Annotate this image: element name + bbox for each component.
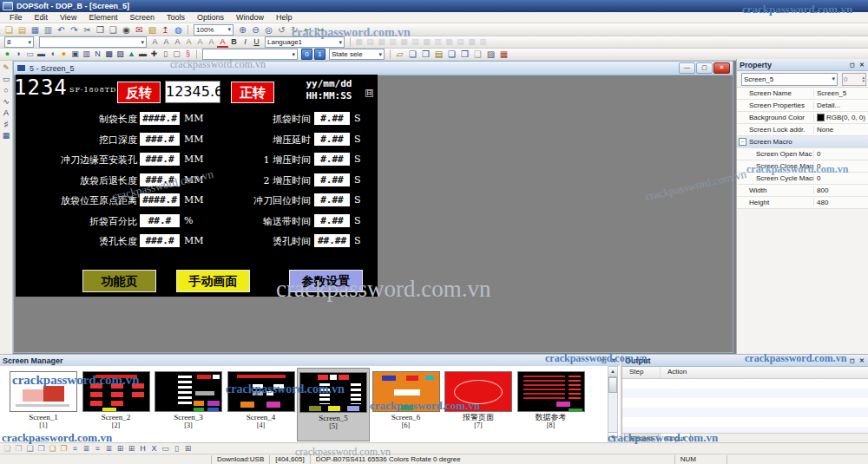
hmi-design-canvas[interactable]: 1234 SF-1808TD 反转 12345.6 正转 yy/mm/dd HH… (16, 75, 378, 297)
property-row[interactable]: Screen Cycle Macr0 (737, 173, 868, 185)
inactive-tool-7-icon[interactable]: ▦ (421, 36, 432, 48)
screen-preview[interactable] (444, 371, 512, 412)
text-tool-icon[interactable]: A (1, 108, 12, 119)
menu-screen[interactable]: Screen (123, 13, 161, 22)
save-icon[interactable]: ▦ (29, 24, 42, 36)
copy-icon[interactable]: ❐ (94, 24, 107, 36)
property-value[interactable]: Screen_5 (813, 89, 868, 97)
maximize-icon[interactable]: ▢ (696, 62, 713, 74)
underline-icon[interactable]: U (251, 36, 262, 48)
param-value-field[interactable]: ####.# (140, 112, 180, 125)
screen-nav-button[interactable]: 手动画面 (176, 270, 250, 292)
property-value[interactable]: Detail... (813, 101, 868, 109)
inactive-tool-9-icon[interactable]: ▦ (444, 36, 455, 48)
font-color-icon[interactable]: A (217, 38, 228, 48)
param-value-field[interactable]: #.## (314, 133, 350, 146)
history-trend-icon[interactable]: ▩ (103, 49, 115, 60)
character-entry-icon[interactable]: ▥ (81, 49, 92, 60)
property-value[interactable]: 800 (813, 186, 868, 194)
counter-display[interactable]: 1234 (16, 75, 68, 100)
align-right-icon[interactable]: ≡ (92, 444, 103, 454)
scroll-up-icon[interactable]: ▲ (608, 367, 617, 377)
button-element-icon[interactable]: ● (2, 49, 13, 60)
screen-preview[interactable] (82, 371, 150, 412)
same-size-icon[interactable]: ▭ (160, 444, 171, 454)
valign-middle-icon[interactable]: A (194, 36, 206, 48)
clock-element-icon[interactable]: ● (58, 49, 69, 60)
inactive-tool-6-icon[interactable]: ▤ (410, 36, 421, 48)
pipe-element-icon[interactable]: § (182, 49, 194, 60)
screen-nav-button[interactable]: 参数设置 (289, 270, 363, 292)
screen-thumbnail-4[interactable]: Screen_4[4] (225, 368, 298, 441)
list-element-icon[interactable]: ▯ (160, 49, 171, 60)
fit-height-icon[interactable]: X (148, 444, 160, 454)
property-row[interactable]: Screen Open Mac0 (737, 148, 868, 160)
zoom-select[interactable]: 100% ▾ (194, 24, 233, 36)
output-panel-titlebar[interactable]: Output ◻✕ (622, 355, 868, 367)
property-row[interactable]: Background ColorRGB(0, 0, 0) (737, 112, 868, 124)
rectangle-tool-icon[interactable]: ▭ (1, 74, 12, 85)
inactive-tool-11-icon[interactable]: ▦ (466, 36, 477, 48)
property-panel-titlebar[interactable]: Property ◻✕ (737, 59, 868, 71)
paste-icon[interactable]: ❑ (107, 24, 120, 36)
state-0-button[interactable]: 0 (301, 49, 312, 60)
inactive-tool-8-icon[interactable]: ▥ (432, 36, 444, 48)
numeric-entry-icon[interactable]: ▣ (69, 49, 81, 60)
dock-icon[interactable]: ◻ (600, 356, 608, 364)
zoom-reset-icon[interactable]: ◎ (262, 24, 275, 36)
valign-top-icon[interactable]: A (183, 36, 194, 48)
param-value-field[interactable]: ####.# (140, 193, 180, 206)
screen-preview[interactable] (299, 372, 367, 413)
ungroup-icon[interactable]: ❒ (36, 444, 47, 454)
screen-preview[interactable] (227, 371, 295, 412)
param-value-field[interactable]: #.## (314, 214, 350, 227)
ellipse-tool-icon[interactable]: ○ (1, 85, 12, 96)
property-row[interactable]: Screen Close Macr0 (737, 160, 868, 173)
table-tool-icon[interactable]: ▦ (1, 130, 12, 141)
param-value-field[interactable]: #.## (314, 193, 350, 206)
font-name-select[interactable]: ▾ (39, 36, 147, 48)
moving-sign-icon[interactable]: ◖ (47, 49, 58, 60)
pen-tool-icon[interactable]: ✎ (1, 62, 12, 74)
minimize-icon[interactable]: — (679, 62, 695, 74)
close-icon[interactable]: ✕ (609, 356, 618, 364)
cut-icon[interactable]: ✂ (81, 24, 94, 36)
rotate-cw-icon[interactable]: ↻ (288, 24, 301, 36)
next-screen-icon[interactable]: ❐ (458, 49, 471, 60)
property-value[interactable]: 0 (813, 150, 868, 158)
close-icon[interactable]: ✕ (858, 356, 866, 364)
copy-screen-icon[interactable]: ❐ (419, 49, 432, 60)
screen-preview[interactable] (155, 371, 222, 412)
property-row[interactable]: Screen PropertiesDetail... (737, 100, 868, 112)
screen-preview[interactable] (372, 371, 440, 412)
italic-icon[interactable]: I (240, 36, 251, 48)
property-row[interactable]: Width800 (737, 185, 868, 197)
speed-value-display[interactable]: 12345.6 (165, 81, 220, 103)
new-icon[interactable]: ❏ (3, 24, 16, 36)
numeric-display-icon[interactable]: ▭ (24, 49, 36, 60)
state-1-button[interactable]: 1 (314, 49, 326, 60)
menu-help[interactable]: Help (270, 13, 299, 22)
align-center-icon[interactable]: ≣ (81, 444, 92, 454)
property-object-select[interactable]: Screen_5 ▾ (741, 73, 838, 86)
delete-screen-icon[interactable]: ❑ (471, 49, 484, 60)
screen-thumbnail-6[interactable]: Screen_6[6] (370, 368, 443, 441)
param-value-field[interactable]: ##.# (140, 214, 180, 227)
new-screen-icon[interactable]: ❏ (406, 49, 419, 60)
bring-front-icon[interactable]: ❏ (47, 444, 58, 454)
multimedia-element-icon[interactable]: ▬ (137, 49, 148, 60)
screen-thumbnail-5[interactable]: Screen_5[5] (297, 368, 370, 441)
redo-icon[interactable]: ↷ (68, 24, 81, 36)
open-icon[interactable]: ▤ (16, 24, 29, 36)
property-value[interactable]: RGB(0, 0, 0) (813, 114, 868, 121)
same-width-icon[interactable]: ⊞ (115, 444, 126, 454)
param-value-field[interactable]: ###.# (140, 173, 180, 186)
param-value-field[interactable]: ###.# (140, 234, 180, 247)
menu-options[interactable]: Options (191, 13, 230, 22)
state-select[interactable]: State sele ▾ (329, 49, 385, 60)
deselect-icon[interactable]: ❐ (13, 444, 24, 454)
graph-display-icon[interactable]: ▲ (126, 49, 137, 60)
screen-library-icon[interactable]: ▤ (432, 49, 445, 60)
bold-icon[interactable]: B (228, 36, 240, 48)
menu-tools[interactable]: Tools (161, 13, 191, 22)
